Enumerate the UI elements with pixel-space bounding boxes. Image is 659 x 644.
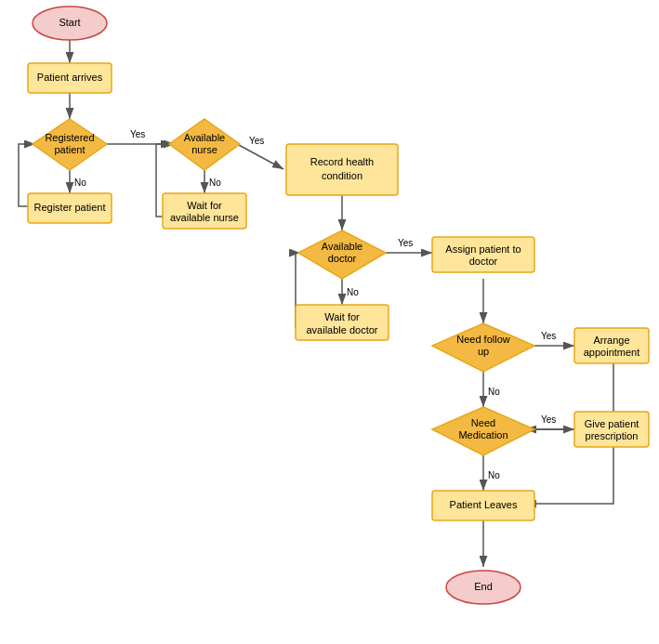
- give-prescription-label: Give patient: [585, 418, 639, 429]
- arrange-appointment-label: Arrange: [593, 335, 629, 346]
- label-no-5: No: [488, 470, 500, 480]
- label-yes-5: Yes: [541, 414, 556, 425]
- patient-arrives-label: Patient arrives: [37, 72, 103, 83]
- label-no-1: No: [74, 177, 86, 188]
- need-medication-label2: Medication: [458, 429, 507, 440]
- record-health-label2: condition: [322, 170, 362, 181]
- label-yes-3: Yes: [398, 238, 413, 248]
- available-doctor-label2: doctor: [328, 253, 357, 264]
- available-doctor-label: Available: [322, 241, 362, 252]
- available-nurse-label2: nurse: [191, 144, 217, 155]
- need-medication-label: Need: [471, 417, 495, 428]
- registered-patient-label2: patient: [54, 144, 85, 155]
- arrow-nurse-record: [237, 144, 283, 169]
- wait-nurse-label: Wait for: [187, 200, 222, 211]
- need-followup-label2: up: [478, 346, 489, 357]
- wait-doctor-label: Wait for: [324, 311, 360, 322]
- wait-doctor-label2: available doctor: [306, 324, 377, 335]
- start-label: Start: [59, 17, 80, 28]
- assign-doctor-label: Assign patient to: [445, 243, 521, 255]
- registered-patient-label: Registered: [45, 132, 94, 143]
- label-no-4: No: [488, 387, 500, 397]
- give-prescription-label2: prescription: [586, 430, 639, 441]
- need-followup-label: Need follow: [456, 334, 510, 345]
- label-yes-1: Yes: [130, 129, 145, 139]
- label-no-2: No: [209, 177, 221, 188]
- record-health-label: Record health: [310, 156, 375, 167]
- available-nurse-label: Available: [184, 132, 225, 143]
- arrow-prescription-leaves: [525, 446, 613, 504]
- register-patient-label: Register patient: [33, 202, 105, 213]
- end-label: End: [474, 581, 493, 592]
- assign-doctor-label2: doctor: [469, 256, 498, 267]
- patient-leaves-label: Patient Leaves: [450, 499, 518, 510]
- wait-nurse-label2: available nurse: [170, 212, 239, 223]
- label-yes-2: Yes: [249, 136, 264, 146]
- label-yes-4: Yes: [541, 331, 556, 341]
- arrange-appointment-label2: appointment: [584, 347, 640, 358]
- label-no-3: No: [347, 287, 359, 297]
